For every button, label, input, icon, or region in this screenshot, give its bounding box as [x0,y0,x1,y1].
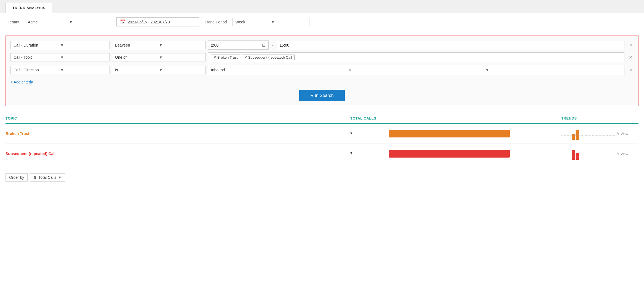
top-controls: Tenant Acme ▼ 📅 2021/06/15 - 2021/07/20 … [0,13,644,31]
criteria-operator-3[interactable]: Is ▼ [112,66,206,74]
criteria-operator-2-arrow: ▼ [159,55,203,59]
run-search-button[interactable]: Run Search [299,90,345,101]
criteria-range-dash: - [271,43,274,47]
criteria-field-1-label: Call - Duration [14,43,60,47]
result-trends-subsequent-call [561,148,616,160]
tag-subsequent-call-remove[interactable]: ✕ [244,55,247,59]
tag-broken-trust: ✕ Broken Trust [211,55,240,60]
tenant-label: Tenant [6,20,22,24]
tenant-value: Acme [28,20,69,24]
tag-subsequent-call-label: Subsequent (repeated) Call [248,55,292,59]
result-action-broken-trust[interactable]: ✎ View [616,132,638,136]
trend-dashes-subsequent-call [561,156,616,156]
criteria-operator-2[interactable]: One of ▼ [112,53,206,61]
calendar-icon: 📅 [120,19,125,25]
view-label-broken-trust: View [621,132,628,136]
criteria-value-to-1[interactable] [277,41,624,49]
order-by-label: Order by [6,173,28,182]
results-header: TOPIC TOTAL CALLS TRENDS [6,113,638,124]
criteria-field-1-arrow: ▼ [60,43,107,47]
result-topic-subsequent-call[interactable]: Subsequent (repeated) Call [6,152,350,156]
criteria-field-1[interactable]: Call - Duration ▼ [10,41,110,49]
result-count-broken-trust: 7 [350,131,389,136]
criteria-field-3-arrow: ▼ [60,68,107,72]
order-by-sort-icon: ⇅ [33,175,37,180]
criteria-remove-3[interactable]: ✕ [628,67,634,73]
trend-bar-wrap-subsequent-call [564,148,587,160]
criteria-box: Call - Duration ▼ Between ▼ ⊞ - ✕ Call -… [6,36,638,106]
trend-bar-4 [576,130,579,140]
tab-bar: TREND ANALYSIS [0,0,644,13]
criteria-field-3[interactable]: Call - Direction ▼ [10,66,110,74]
trend-period-label: Trend Period [202,20,229,24]
criteria-operator-1-arrow: ▼ [159,43,203,47]
criteria-remove-2[interactable]: ✕ [628,55,634,60]
trend-bar-wrap-broken-trust [564,128,587,140]
tenant-select[interactable]: Acme ▼ [25,18,113,26]
result-action-subsequent-call[interactable]: ✎ View [616,152,638,156]
view-label-subsequent-call: View [621,152,628,156]
criteria-operator-2-label: One of [115,55,159,59]
results-section: TOPIC TOTAL CALLS TRENDS Broken Trust 7 [0,111,644,169]
criteria-field-2[interactable]: Call - Topic ▼ [10,53,110,61]
criteria-tags-2: ✕ Broken Trust ✕ Subsequent (repeated) C… [208,52,624,62]
criteria-value-3-clear[interactable]: ✕ [347,68,485,72]
criteria-field-3-label: Call - Direction [14,68,60,72]
column-header-trends: TRENDS [561,116,616,120]
criteria-operator-1-label: Between [115,43,159,47]
tag-subsequent-call: ✕ Subsequent (repeated) Call [242,55,295,60]
criteria-value-from-input-1[interactable] [211,43,262,47]
order-by-section: Order by ⇅ Total Calls ▼ [0,169,644,185]
criteria-row-2: Call - Topic ▼ One of ▼ ✕ Broken Trust ✕… [10,52,634,62]
criteria-value-grid-icon: ⊞ [262,42,266,48]
result-row-subsequent-call: Subsequent (repeated) Call 7 ✎ View [6,144,638,164]
result-count-subsequent-call: 7 [350,152,389,156]
trend-period-dropdown-arrow: ▼ [271,20,306,24]
view-icon-subsequent-call: ✎ [616,152,619,156]
criteria-value-3-arrow[interactable]: ▼ [485,68,621,72]
criteria-field-2-label: Call - Topic [14,55,60,59]
order-by-arrow: ▼ [58,175,62,180]
result-trends-broken-trust [561,128,616,140]
trend-period-select[interactable]: Week ▼ [232,18,309,26]
trend-bar-s4 [576,153,579,160]
order-by-value: Total Calls [38,175,56,180]
criteria-value-to-input-1[interactable] [280,43,621,47]
tab-trend-analysis[interactable]: TREND ANALYSIS [6,3,52,13]
result-row-broken-trust: Broken Trust 7 ✎ View [6,124,638,144]
trend-period-value: Week [235,20,271,24]
date-range-value: 2021/06/15 - 2021/07/20 [128,20,170,24]
tenant-dropdown-arrow: ▼ [69,20,110,24]
add-criteria-button[interactable]: + Add criteria [10,78,33,86]
result-bar-subsequent-call [389,150,510,158]
criteria-value-from-1[interactable]: ⊞ [208,40,269,50]
criteria-value-3-label: Inbound [211,68,347,72]
date-picker[interactable]: 📅 2021/06/15 - 2021/07/20 [116,17,199,26]
result-bar-area-broken-trust [389,130,561,137]
criteria-operator-1[interactable]: Between ▼ [112,41,206,49]
view-icon-broken-trust: ✎ [616,132,619,136]
tag-broken-trust-remove[interactable]: ✕ [213,55,216,59]
criteria-operator-3-label: Is [115,68,159,72]
order-by-select[interactable]: ⇅ Total Calls ▼ [30,173,65,182]
criteria-row-3: Call - Direction ▼ Is ▼ Inbound ✕ ▼ ✕ [10,65,634,75]
trend-dashes-broken-trust [561,136,616,136]
criteria-value-3[interactable]: Inbound ✕ ▼ [208,65,624,75]
result-topic-broken-trust[interactable]: Broken Trust [6,131,350,136]
trend-bar-s3 [572,150,575,160]
run-search-wrapper: Run Search [10,90,634,101]
criteria-field-2-arrow: ▼ [60,55,107,59]
criteria-remove-1[interactable]: ✕ [628,42,634,48]
column-header-topic: TOPIC [6,116,350,120]
result-bar-broken-trust [389,130,510,137]
criteria-operator-3-arrow: ▼ [159,68,203,72]
result-bar-area-subsequent-call [389,150,561,158]
trend-bar-3 [572,134,575,140]
tag-broken-trust-label: Broken Trust [217,55,238,59]
criteria-row-1: Call - Duration ▼ Between ▼ ⊞ - ✕ [10,40,634,50]
column-header-total-calls: TOTAL CALLS [350,116,389,120]
